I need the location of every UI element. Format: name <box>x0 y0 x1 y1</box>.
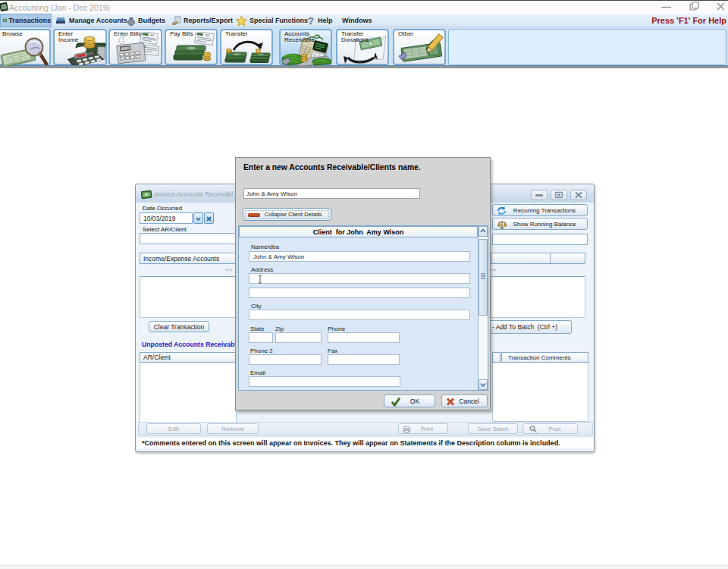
svg-text:Bill: Bill <box>206 33 210 38</box>
svg-text:?: ? <box>308 15 314 26</box>
svg-text:Bill: Bill <box>150 33 155 38</box>
